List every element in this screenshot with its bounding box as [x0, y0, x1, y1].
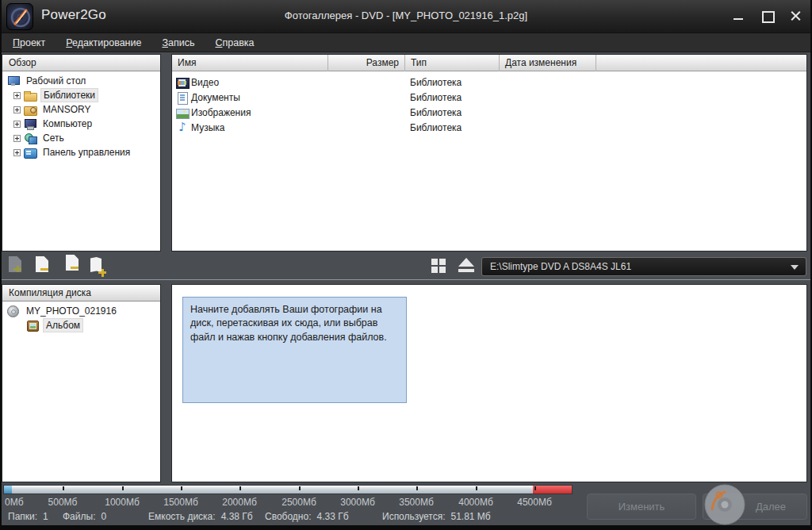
network-icon	[24, 132, 36, 144]
close-button[interactable]	[788, 10, 804, 22]
drive-selector[interactable]: E:\Slimtype DVD A DS8A4S JL61	[481, 257, 806, 276]
drive-selector-value: E:\Slimtype DVD A DS8A4S JL61	[490, 261, 631, 272]
tree-item-network[interactable]: Сеть	[2, 131, 160, 145]
documents-library-icon	[176, 92, 189, 104]
burn-disc-icon	[703, 482, 747, 527]
tree-item-desktop[interactable]: Рабочий стол	[2, 74, 160, 88]
menu-bar: Проект Редактирование Запись Справка	[2, 33, 810, 52]
capacity-overburn-zone	[533, 486, 572, 494]
expand-plus-icon[interactable]	[13, 92, 21, 99]
status-disc-capacity: Емкость диска:4.38 Гб	[148, 511, 253, 522]
status-free-space: Свободно:4.33 Гб	[265, 511, 349, 522]
tree-item-album[interactable]: Альбом	[2, 318, 160, 332]
menu-edit[interactable]: Редактирование	[66, 37, 141, 48]
remove-file-icon	[36, 256, 48, 272]
tree-item-user[interactable]: MANSORY	[2, 102, 160, 117]
tree-item-control-panel[interactable]: Панель управления	[2, 145, 160, 159]
control-panel-icon	[24, 147, 36, 158]
expand-plus-icon[interactable]	[13, 121, 21, 128]
remove-file-button[interactable]	[33, 255, 55, 277]
tree-item-disc[interactable]: MY_PHOTO_021916	[2, 304, 160, 318]
file-row-music[interactable]: ♪ Музыка Библиотека	[172, 121, 806, 136]
browser-panel-header: Обзор	[2, 55, 160, 71]
tick-label: 1500Мб	[163, 497, 198, 508]
add-file-button[interactable]	[6, 255, 28, 277]
tick-label: 3500Мб	[399, 497, 434, 508]
tick-label: 4500Мб	[517, 497, 552, 508]
compilation-toolbar: E:\Slimtype DVD A DS8A4S JL61	[2, 252, 810, 280]
status-folders: Папки:1	[8, 511, 48, 522]
expand-plus-icon[interactable]	[13, 135, 21, 142]
window-title: Фотогаллерея - DVD - [MY_PHOTO_021916_1.…	[0, 10, 812, 21]
computer-icon	[24, 118, 36, 129]
add-file-icon	[9, 256, 21, 272]
column-header-name[interactable]: Имя	[172, 55, 328, 71]
libraries-folder-icon	[24, 90, 36, 101]
add-folder-icon	[90, 257, 102, 272]
file-row-video[interactable]: Видео Библиотека	[172, 75, 806, 90]
tick-label: 2000Мб	[222, 497, 257, 508]
menu-help[interactable]: Справка	[215, 37, 254, 48]
tree-item-libraries[interactable]: Библиотеки	[2, 88, 160, 102]
bottom-bar: 0Мб 500Мб 1000Мб 1500Мб 2000Мб 2500Мб 30…	[2, 482, 810, 525]
column-header-size[interactable]: Размер	[328, 55, 405, 71]
pictures-library-icon	[176, 107, 189, 119]
compilation-tree: MY_PHOTO_021916 Альбом	[2, 301, 160, 332]
disc-content-panel[interactable]: Начните добавлять Ваши фотографии на дис…	[171, 284, 807, 482]
disc-icon	[7, 305, 20, 317]
column-header-date[interactable]: Дата изменения	[500, 55, 596, 71]
title-bar[interactable]: Power2Go Фотогаллерея - DVD - [MY_PHOTO_…	[0, 0, 812, 33]
tick-label: 3000Мб	[340, 497, 375, 508]
chevron-down-icon	[791, 265, 799, 270]
expand-plus-icon[interactable]	[13, 106, 21, 113]
tick-label: 0Мб	[5, 497, 24, 508]
compilation-panel: Компиляция диска MY_PHOTO_021916 Альбом	[2, 284, 161, 482]
tick-label: 2500Мб	[282, 497, 316, 508]
menu-project[interactable]: Проект	[13, 37, 45, 48]
tick-label: 4000Мб	[458, 497, 493, 508]
file-row-documents[interactable]: Документы Библиотека	[172, 90, 806, 106]
album-icon	[26, 320, 39, 331]
eject-button[interactable]	[455, 255, 477, 277]
status-files: Файлы:0	[63, 511, 106, 522]
power2go-window: Power2Go Фотогаллерея - DVD - [MY_PHOTO_…	[0, 0, 812, 530]
file-row-pictures[interactable]: Изображения Библиотека	[172, 106, 806, 121]
drag-drop-hint: Начните добавлять Ваши фотографии на дис…	[182, 297, 407, 403]
file-list-panel: Имя Размер Тип Дата изменения Видео Библ…	[171, 54, 807, 252]
file-list-header: Имя Размер Тип Дата изменения	[172, 55, 806, 71]
desktop-icon	[7, 75, 20, 86]
capacity-used-segment	[4, 486, 12, 494]
expand-plus-icon[interactable]	[13, 149, 21, 156]
video-library-icon	[176, 77, 189, 89]
music-library-icon: ♪	[176, 122, 189, 134]
tick-label: 500Мб	[48, 497, 78, 508]
status-used-space: Используется:51.81 Мб	[382, 511, 491, 522]
view-mode-button[interactable]	[428, 255, 450, 277]
remove-all-files-button[interactable]	[59, 255, 82, 277]
browser-tree: Рабочий стол Библиотеки MANSORY Компьюте…	[2, 71, 160, 159]
column-header-type[interactable]: Тип	[405, 55, 500, 71]
tree-item-computer[interactable]: Компьютер	[2, 117, 160, 131]
remove-all-files-icon	[66, 255, 79, 271]
maximize-button[interactable]	[760, 10, 776, 22]
menu-burn[interactable]: Запись	[162, 37, 194, 48]
browser-panel: Обзор Рабочий стол Библиотеки MANSORY Ко…	[2, 54, 161, 252]
user-folder-icon	[24, 104, 36, 115]
minimize-button[interactable]	[731, 10, 747, 22]
add-folder-button[interactable]	[86, 255, 109, 277]
capacity-bar	[3, 485, 573, 494]
edit-button[interactable]: Изменить	[587, 494, 696, 520]
tick-label: 1000Мб	[105, 497, 140, 508]
compilation-panel-header: Компиляция диска	[2, 285, 160, 301]
